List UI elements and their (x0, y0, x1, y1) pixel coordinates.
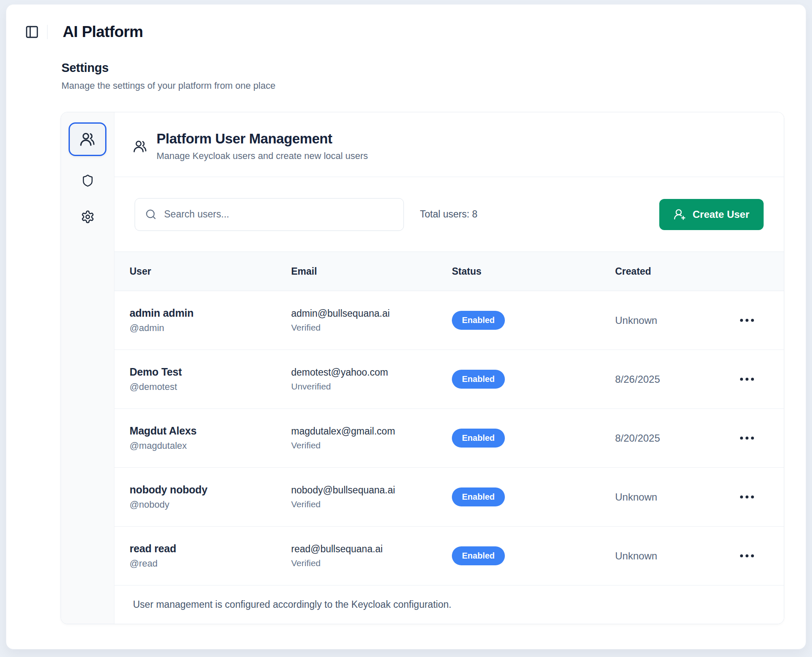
shield-icon (81, 174, 94, 187)
settings-header: Settings Manage the settings of your pla… (61, 61, 276, 91)
row-actions-button[interactable] (735, 429, 759, 448)
email-cell: magdutalex@gmail.com Verified (291, 426, 452, 450)
search-icon (145, 209, 157, 220)
table-body: admin admin @admin admin@bullsequana.ai … (114, 291, 784, 585)
user-email: magdutalex@gmail.com (291, 426, 452, 437)
sidebar-toggle-button[interactable] (24, 24, 40, 40)
user-cell: read read @read (130, 543, 291, 569)
settings-nav-rail (61, 112, 114, 624)
created-cell: Unknown (615, 491, 727, 503)
ellipsis-icon (751, 437, 754, 440)
table-row: admin admin @admin admin@bullsequana.ai … (114, 291, 784, 350)
status-badge: Enabled (452, 429, 505, 448)
ellipsis-icon (751, 378, 754, 381)
row-actions-button[interactable] (735, 370, 759, 389)
user-email: demotest@yahoo.com (291, 367, 452, 378)
created-cell: 8/26/2025 (615, 374, 727, 385)
page-subtitle: Manage the settings of your platform fro… (61, 80, 276, 91)
user-email: nobody@bullsequana.ai (291, 485, 452, 496)
user-full-name: nobody nobody (130, 484, 291, 496)
status-badge: Enabled (452, 311, 505, 330)
created-cell: Unknown (615, 315, 727, 326)
page-title: Settings (61, 61, 276, 75)
user-email: admin@bullsequana.ai (291, 308, 452, 319)
user-full-name: Magdut Alexs (130, 425, 291, 437)
column-header-email: Email (291, 266, 452, 277)
user-management-panel: Platform User Management Manage Keycloak… (114, 112, 784, 624)
table-row: read read @read read@bullsequana.ai Veri… (114, 527, 784, 585)
user-full-name: read read (130, 543, 291, 555)
panel-subtitle: Manage Keycloak users and create new loc… (157, 151, 368, 162)
sidebar-item-settings[interactable] (76, 205, 99, 228)
panel-title: Platform User Management (157, 131, 368, 147)
user-username: @magdutalex (130, 440, 291, 451)
create-user-label: Create User (693, 209, 749, 220)
email-cell: demotest@yahoo.com Unverified (291, 367, 452, 392)
email-verification-status: Verified (291, 558, 452, 568)
footer-note: User management is configured accordingl… (133, 599, 451, 610)
ellipsis-icon (740, 495, 743, 498)
ellipsis-icon (751, 495, 754, 498)
table-row: Magdut Alexs @magdutalex magdutalex@gmai… (114, 409, 784, 468)
ellipsis-icon (740, 437, 743, 440)
user-cell: Magdut Alexs @magdutalex (130, 425, 291, 451)
row-actions-button[interactable] (735, 311, 759, 330)
email-cell: read@bullsequana.ai Verified (291, 543, 452, 568)
toolbar: Total users: 8 Create User (114, 177, 784, 252)
panel-header-titles: Platform User Management Manage Keycloak… (157, 131, 368, 162)
topbar: AI Platform (24, 23, 143, 41)
user-username: @read (130, 558, 291, 569)
actions-cell (727, 488, 767, 506)
status-badge: Enabled (452, 370, 505, 389)
created-cell: 8/20/2025 (615, 432, 727, 444)
status-cell: Enabled (452, 370, 615, 389)
search-input[interactable] (164, 209, 393, 220)
ellipsis-icon (746, 437, 748, 440)
search-box[interactable] (135, 198, 404, 231)
table-footer: User management is configured accordingl… (114, 585, 784, 624)
status-badge: Enabled (452, 546, 505, 565)
email-cell: admin@bullsequana.ai Verified (291, 308, 452, 333)
row-actions-button[interactable] (735, 488, 759, 506)
ellipsis-icon (740, 554, 743, 557)
app-title: AI Platform (63, 23, 143, 41)
email-cell: nobody@bullsequana.ai Verified (291, 485, 452, 509)
actions-cell (727, 370, 767, 389)
sidebar-item-security[interactable] (76, 169, 99, 192)
actions-cell (727, 429, 767, 448)
sidebar-item-users[interactable] (69, 122, 106, 156)
row-actions-button[interactable] (735, 547, 759, 565)
total-users-label: Total users: 8 (420, 209, 478, 220)
column-header-user: User (130, 266, 291, 277)
email-verification-status: Verified (291, 499, 452, 509)
panel-header: Platform User Management Manage Keycloak… (114, 112, 784, 177)
status-cell: Enabled (452, 487, 615, 506)
page-card: AI Platform Settings Manage the settings… (6, 4, 806, 649)
ellipsis-icon (751, 319, 754, 322)
panel-left-icon (25, 25, 39, 39)
user-username: @nobody (130, 499, 291, 510)
user-plus-icon (674, 208, 686, 220)
status-cell: Enabled (452, 311, 615, 330)
user-full-name: admin admin (130, 307, 291, 319)
user-cell: admin admin @admin (130, 307, 291, 334)
user-username: @admin (130, 323, 291, 334)
created-cell: Unknown (615, 550, 727, 562)
ellipsis-icon (746, 378, 748, 381)
header-divider (47, 25, 48, 39)
table-header: User Email Status Created (114, 252, 784, 291)
status-cell: Enabled (452, 429, 615, 448)
settings-panel: Platform User Management Manage Keycloak… (61, 112, 784, 624)
ellipsis-icon (746, 495, 748, 498)
user-cell: Demo Test @demotest (130, 366, 291, 392)
gear-icon (81, 210, 95, 224)
email-verification-status: Unverified (291, 381, 452, 392)
create-user-button[interactable]: Create User (659, 199, 764, 230)
ellipsis-icon (751, 554, 754, 557)
user-username: @demotest (130, 381, 291, 392)
user-email: read@bullsequana.ai (291, 543, 452, 555)
user-full-name: Demo Test (130, 366, 291, 378)
status-cell: Enabled (452, 546, 615, 565)
email-verification-status: Verified (291, 440, 452, 450)
column-header-created: Created (615, 266, 727, 277)
